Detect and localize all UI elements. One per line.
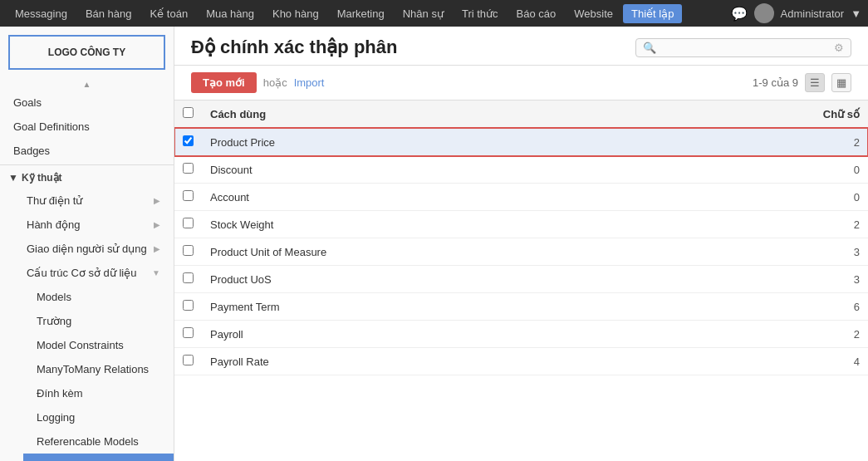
main-header: Độ chính xác thập phân 🔍 ⚙ bbox=[174, 27, 868, 66]
table-row: Payment Term6 bbox=[174, 293, 868, 321]
sidebar-item-hanh-dong[interactable]: Hành động ▶ bbox=[13, 213, 174, 237]
sidebar-item-dinh-kem[interactable]: Đính kèm bbox=[23, 381, 174, 405]
row-digits: 3 bbox=[678, 266, 868, 293]
sidebar-item-manytomany[interactable]: ManyToMany Relations bbox=[23, 357, 174, 381]
sidebar-item-cau-truc[interactable]: Cấu trúc Cơ sở dữ liệu ▼ bbox=[13, 261, 174, 285]
row-checkbox[interactable] bbox=[183, 272, 194, 283]
row-digits: 6 bbox=[678, 293, 868, 321]
nav-item-thiet-lap[interactable]: Thiết lập bbox=[623, 4, 682, 23]
sidebar-item-referencable[interactable]: Referencable Models bbox=[23, 429, 174, 454]
toolbar-right: 1-9 của 9 ☰ ▦ bbox=[753, 73, 851, 92]
sidebar-item-giao-dien[interactable]: Giao diện người sử dụng ▶ bbox=[13, 237, 174, 261]
admin-dropdown-icon[interactable]: ▼ bbox=[851, 7, 861, 20]
row-checkbox[interactable] bbox=[183, 218, 194, 228]
nav-item-website[interactable]: Website bbox=[566, 4, 621, 23]
page-title: Độ chính xác thập phân bbox=[191, 37, 397, 58]
nav-item-ke-toan[interactable]: Kế toán bbox=[142, 4, 197, 23]
table-row: Product Price2 bbox=[174, 128, 868, 156]
expand-icon: ▶ bbox=[154, 196, 160, 205]
row-digits: 2 bbox=[678, 211, 868, 238]
row-name[interactable]: Product UoS bbox=[202, 266, 678, 293]
table-row: Account0 bbox=[174, 184, 868, 211]
nav-item-mua-hang[interactable]: Mua hàng bbox=[198, 4, 262, 23]
collapse-icon: ▼ bbox=[152, 268, 160, 277]
sidebar-item-model-constraints[interactable]: Model Constraints bbox=[23, 333, 174, 357]
cau-truc-subitems: Models Trường Model Constraints ManyToMa… bbox=[13, 285, 174, 461]
expand-icon: ▶ bbox=[154, 244, 160, 253]
avatar[interactable] bbox=[754, 3, 774, 23]
row-checkbox[interactable] bbox=[183, 327, 194, 338]
table-body: Product Price2Discount0Account0Stock Wei… bbox=[174, 128, 868, 375]
search-icon: 🔍 bbox=[643, 42, 656, 54]
admin-label[interactable]: Administrator bbox=[781, 7, 845, 20]
sidebar-item-badges[interactable]: Badges bbox=[0, 139, 174, 163]
sidebar-item-truong[interactable]: Trường bbox=[23, 309, 174, 333]
header-cach-dung: Cách dùng bbox=[202, 101, 678, 128]
row-digits: 0 bbox=[678, 184, 868, 211]
expand-icon: ▶ bbox=[154, 220, 160, 229]
row-name[interactable]: Payment Term bbox=[202, 293, 678, 321]
row-digits: 4 bbox=[678, 348, 868, 375]
row-name[interactable]: Payroll bbox=[202, 321, 678, 348]
data-table: Cách dùng Chữ số Product Price2Discount0… bbox=[174, 101, 868, 375]
header-checkbox-col bbox=[174, 101, 202, 128]
search-input[interactable] bbox=[656, 42, 831, 54]
search-settings-icon[interactable]: ⚙ bbox=[834, 42, 844, 54]
row-name[interactable]: Product Price bbox=[202, 128, 678, 156]
table-container: Cách dùng Chữ số Product Price2Discount0… bbox=[174, 101, 868, 461]
scroll-up-indicator: ▲ bbox=[0, 78, 174, 91]
company-logo: LOGO CÔNG TY bbox=[8, 35, 165, 70]
grid-view-button[interactable]: ▦ bbox=[831, 73, 851, 92]
nav-item-tri-thuc[interactable]: Tri thức bbox=[454, 4, 507, 23]
row-checkbox[interactable] bbox=[183, 300, 194, 311]
search-bar: 🔍 ⚙ bbox=[635, 38, 851, 57]
section-arrow-icon: ▼ bbox=[8, 172, 18, 184]
ky-thuat-items: Thư điện tử ▶ Hành động ▶ Giao diện ngườ… bbox=[0, 189, 174, 461]
top-navigation: Messaging Bán hàng Kế toán Mua hàng Kho … bbox=[0, 0, 868, 27]
table-row: Payroll2 bbox=[174, 321, 868, 348]
sidebar-item-thu-dien-tu[interactable]: Thư điện tử ▶ bbox=[13, 189, 174, 213]
table-row: Payroll Rate4 bbox=[174, 348, 868, 375]
sidebar-item-logging[interactable]: Logging bbox=[23, 405, 174, 429]
nav-item-nhan-su[interactable]: Nhân sự bbox=[395, 4, 452, 23]
row-name[interactable]: Stock Weight bbox=[202, 211, 678, 238]
row-digits: 3 bbox=[678, 238, 868, 266]
row-name[interactable]: Account bbox=[202, 184, 678, 211]
row-checkbox[interactable] bbox=[183, 190, 194, 201]
app-layout: LOGO CÔNG TY ▲ Goals Goal Definitions Ba… bbox=[0, 27, 868, 461]
section-ky-thuat[interactable]: ▼ Kỹ thuật bbox=[0, 167, 174, 189]
row-checkbox[interactable] bbox=[183, 163, 194, 174]
pagination-label: 1-9 của 9 bbox=[753, 76, 798, 89]
nav-item-messaging[interactable]: Messaging bbox=[7, 4, 76, 23]
nav-item-bao-cao[interactable]: Báo cáo bbox=[508, 4, 565, 23]
row-digits: 2 bbox=[678, 128, 868, 156]
row-checkbox[interactable] bbox=[183, 245, 194, 256]
list-view-button[interactable]: ☰ bbox=[805, 73, 825, 92]
nav-item-ban-hang[interactable]: Bán hàng bbox=[77, 4, 140, 23]
sidebar-item-goals[interactable]: Goals bbox=[0, 91, 174, 115]
row-digits: 0 bbox=[678, 156, 868, 184]
table-row: Stock Weight2 bbox=[174, 211, 868, 238]
or-text: hoặc bbox=[263, 76, 287, 89]
toolbar: Tạo mới hoặc Import 1-9 của 9 ☰ ▦ bbox=[174, 66, 868, 101]
row-name[interactable]: Payroll Rate bbox=[202, 348, 678, 375]
select-all-checkbox[interactable] bbox=[183, 107, 194, 118]
nav-item-marketing[interactable]: Marketing bbox=[329, 4, 393, 23]
main-content: Độ chính xác thập phân 🔍 ⚙ Tạo mới hoặc … bbox=[174, 27, 868, 461]
row-name[interactable]: Discount bbox=[202, 156, 678, 184]
sidebar: LOGO CÔNG TY ▲ Goals Goal Definitions Ba… bbox=[0, 27, 174, 461]
table-row: Discount0 bbox=[174, 156, 868, 184]
import-link[interactable]: Import bbox=[294, 76, 325, 89]
table-row: Product UoS3 bbox=[174, 266, 868, 293]
sidebar-item-goal-definitions[interactable]: Goal Definitions bbox=[0, 115, 174, 139]
table-header-row: Cách dùng Chữ số bbox=[174, 101, 868, 128]
row-name[interactable]: Product Unit of Measure bbox=[202, 238, 678, 266]
row-checkbox[interactable] bbox=[183, 355, 194, 365]
sidebar-item-do-chinh-xac[interactable]: Độ chính xác thập ph... bbox=[23, 454, 174, 461]
nav-item-kho-hang[interactable]: Kho hàng bbox=[264, 4, 327, 23]
row-checkbox[interactable] bbox=[183, 135, 194, 146]
new-button[interactable]: Tạo mới bbox=[191, 72, 257, 93]
message-icon[interactable]: 💬 bbox=[731, 6, 748, 22]
header-chu-so: Chữ số bbox=[678, 101, 868, 128]
sidebar-item-models[interactable]: Models bbox=[23, 285, 174, 309]
